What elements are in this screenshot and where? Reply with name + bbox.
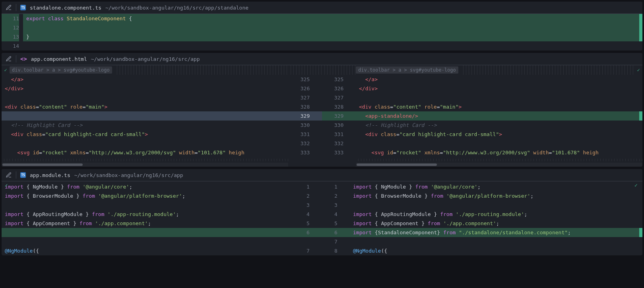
horizontal-scrollbar[interactable] — [356, 163, 642, 167]
code-editor[interactable]: 11 12 13 14 export class StandaloneCompo… — [2, 14, 642, 51]
typescript-file-icon: TS — [20, 172, 26, 178]
fold-indicator — [461, 65, 634, 75]
pencil-icon[interactable] — [6, 4, 12, 11]
file-header: <> app.component.html ~/work/sandbox-ang… — [2, 53, 642, 65]
diff-line-numbers: 1 2 3 4 5 6 7 1 2 3 4 5 6 7 — [294, 181, 350, 255]
breadcrumb[interactable]: div.toolbar > a > svg#youtube-logo — [10, 66, 112, 74]
line-gutter: 11 12 13 14 — [2, 14, 23, 51]
file-name[interactable]: app.module.ts — [30, 172, 70, 178]
pencil-icon[interactable] — [6, 172, 12, 178]
file-header: TS standalone.component.ts ~/work/sandbo… — [2, 2, 642, 14]
fold-indicator — [356, 159, 642, 161]
diff-view[interactable]: ✓ import { NgModule } from '@angular/cor… — [2, 181, 642, 255]
fold-indicator — [114, 65, 288, 75]
editor-pane-app-module: TS app.module.ts ~/work/sandbox-angular/… — [2, 169, 642, 255]
horizontal-scrollbar[interactable] — [2, 163, 288, 167]
diff-left: ✓ import { NgModule } from '@angular/cor… — [2, 181, 294, 255]
file-name[interactable]: standalone.component.ts — [30, 5, 101, 11]
pencil-icon[interactable] — [6, 56, 12, 62]
breadcrumb[interactable]: div.toolbar > a > svg#youtube-logo — [356, 66, 458, 74]
fold-indicator — [2, 159, 288, 161]
typescript-file-icon: TS — [20, 5, 26, 10]
check-icon: ✓ — [632, 182, 640, 188]
file-path: ~/work/sandbox-angular/ng16/src/app — [91, 56, 200, 62]
file-name[interactable]: app.component.html — [31, 56, 87, 62]
editor-pane-standalone: TS standalone.component.ts ~/work/sandbo… — [2, 2, 642, 51]
diff-right: ✓ import { NgModule } from '@angular/cor… — [350, 181, 642, 255]
file-path: ~/work/sandbox-angular/ng16/src/app/stan… — [105, 5, 248, 11]
diff-marker — [639, 14, 642, 41]
editor-pane-app-html: <> app.component.html ~/work/sandbox-ang… — [2, 53, 642, 167]
diff-left: ✓ div.toolbar > a > svg#youtube-logo </a… — [2, 65, 288, 167]
diff-marker — [639, 111, 642, 121]
diff-line-numbers: 325 326 327 328 329 330 331 332 333 325 … — [288, 65, 356, 167]
file-header: TS app.module.ts ~/work/sandbox-angular/… — [2, 169, 642, 181]
check-icon: ✓ — [634, 67, 642, 73]
diff-marker — [639, 228, 642, 237]
check-icon: ✓ — [2, 67, 10, 73]
file-path: ~/work/sandbox-angular/ng16/src/app — [74, 172, 183, 178]
html-file-icon: <> — [20, 56, 27, 62]
diff-view[interactable]: ✓ div.toolbar > a > svg#youtube-logo </a… — [2, 65, 642, 167]
check-icon: ✓ — [2, 182, 10, 188]
diff-right: div.toolbar > a > svg#youtube-logo ✓ </a… — [356, 65, 642, 167]
